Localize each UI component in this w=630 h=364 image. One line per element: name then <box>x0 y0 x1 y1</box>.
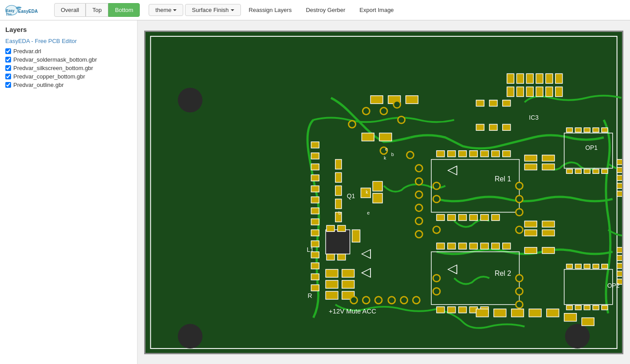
top-button[interactable]: Top <box>86 3 108 17</box>
svg-text:e: e <box>385 146 388 151</box>
layer-checkbox[interactable] <box>5 74 11 79</box>
svg-rect-96 <box>469 150 477 157</box>
svg-rect-100 <box>437 214 445 220</box>
svg-rect-116 <box>459 306 467 313</box>
svg-rect-107 <box>437 243 445 249</box>
svg-point-151 <box>415 204 422 211</box>
svg-rect-47 <box>406 95 418 103</box>
svg-rect-135 <box>602 264 608 268</box>
svg-rect-101 <box>448 214 456 220</box>
overall-button[interactable]: Overall <box>54 3 86 17</box>
svg-point-144 <box>398 116 405 123</box>
svg-rect-41 <box>617 255 622 260</box>
svg-rect-14 <box>555 74 563 83</box>
svg-rect-134 <box>593 264 599 268</box>
svg-text:EDA: EDA <box>6 12 12 16</box>
theme-dropdown[interactable]: theme <box>149 4 183 16</box>
svg-text:EasyEDA: EasyEDA <box>18 9 38 14</box>
layer-item: Predvar_soldermask_bottom.gbr <box>5 56 132 63</box>
easyeda-link[interactable]: EasyEDA - Free PCB Editor <box>5 38 132 44</box>
pcb-board: IC3 OP1 IC1 Rel 1 Q1 L1 Rel 2 OP2 IC2 +1… <box>144 31 623 354</box>
svg-rect-183 <box>476 100 484 106</box>
reassign-layers-button[interactable]: Reassign Layers <box>243 4 298 16</box>
layer-checkbox[interactable] <box>5 48 11 54</box>
svg-rect-76 <box>338 225 346 231</box>
svg-point-153 <box>415 231 422 238</box>
svg-rect-55 <box>335 186 342 196</box>
bottom-button[interactable]: Bottom <box>108 3 140 17</box>
svg-point-163 <box>433 274 440 282</box>
svg-rect-124 <box>593 128 599 132</box>
svg-rect-73 <box>327 254 335 260</box>
svg-rect-49 <box>379 133 392 141</box>
svg-text:b: b <box>339 210 341 215</box>
svg-rect-185 <box>503 100 511 106</box>
svg-rect-198 <box>524 164 537 170</box>
svg-rect-15 <box>507 86 514 96</box>
svg-rect-137 <box>575 305 581 309</box>
svg-text:OP1: OP1 <box>585 144 598 151</box>
svg-rect-126 <box>567 169 573 173</box>
svg-rect-129 <box>593 169 599 173</box>
layer-item: Predvar_silkscreen_bottom.gbr <box>5 65 132 71</box>
svg-rect-201 <box>542 221 555 227</box>
svg-rect-13 <box>546 74 553 83</box>
export-image-button[interactable]: Export Image <box>353 4 400 16</box>
svg-rect-62 <box>311 186 319 192</box>
view-toggle: Overall Top Bottom <box>54 3 140 17</box>
destroy-gerber-button[interactable]: Destroy Gerber <box>299 4 351 16</box>
svg-point-149 <box>415 178 422 185</box>
svg-rect-108 <box>448 243 456 249</box>
layer-label: Predvar_outline.gbr <box>13 82 63 88</box>
svg-rect-115 <box>448 306 456 313</box>
svg-rect-187 <box>489 124 497 130</box>
theme-caret-icon <box>173 9 177 11</box>
svg-rect-32 <box>617 175 622 180</box>
svg-rect-58 <box>311 141 319 148</box>
svg-point-155 <box>362 297 370 304</box>
svg-rect-75 <box>327 225 335 231</box>
svg-rect-45 <box>370 95 383 103</box>
svg-text:Rel 2: Rel 2 <box>495 270 511 277</box>
svg-rect-9 <box>507 74 514 83</box>
layer-checkbox[interactable] <box>5 57 11 63</box>
svg-rect-128 <box>584 169 590 173</box>
svg-rect-78 <box>326 269 338 277</box>
surface-finish-dropdown[interactable]: Surface Finish <box>185 4 240 16</box>
layer-checkbox[interactable] <box>5 65 11 71</box>
layer-label: Predvar.drl <box>13 48 41 55</box>
svg-rect-52 <box>373 193 382 203</box>
svg-rect-200 <box>524 221 537 227</box>
svg-rect-11 <box>526 74 533 83</box>
svg-rect-12 <box>536 74 543 83</box>
svg-rect-94 <box>448 150 456 157</box>
svg-text:k: k <box>366 189 368 194</box>
svg-rect-63 <box>311 196 319 203</box>
svg-rect-205 <box>542 247 555 253</box>
svg-rect-127 <box>575 169 581 173</box>
svg-point-162 <box>433 226 440 233</box>
svg-point-8 <box>565 324 590 348</box>
layer-checkbox[interactable] <box>5 82 11 88</box>
svg-rect-199 <box>542 164 555 170</box>
svg-rect-19 <box>546 86 553 96</box>
svg-rect-98 <box>492 150 500 157</box>
svg-rect-125 <box>602 128 608 132</box>
svg-marker-86 <box>448 265 457 274</box>
svg-rect-186 <box>476 124 484 130</box>
svg-rect-69 <box>311 262 319 269</box>
svg-point-169 <box>516 274 523 282</box>
surface-finish-caret-icon <box>231 9 234 11</box>
svg-rect-111 <box>480 243 488 249</box>
svg-text:OP2: OP2 <box>607 282 620 289</box>
svg-rect-197 <box>542 155 555 161</box>
svg-rect-136 <box>567 305 573 309</box>
main-area: Layers EasyEDA - Free PCB Editor Predvar… <box>0 20 630 364</box>
svg-point-154 <box>350 297 358 304</box>
svg-text:k: k <box>384 155 386 160</box>
svg-rect-105 <box>492 214 500 220</box>
svg-rect-43 <box>617 271 622 276</box>
svg-rect-48 <box>362 133 374 141</box>
theme-label: theme <box>155 7 171 13</box>
svg-rect-20 <box>555 86 563 96</box>
